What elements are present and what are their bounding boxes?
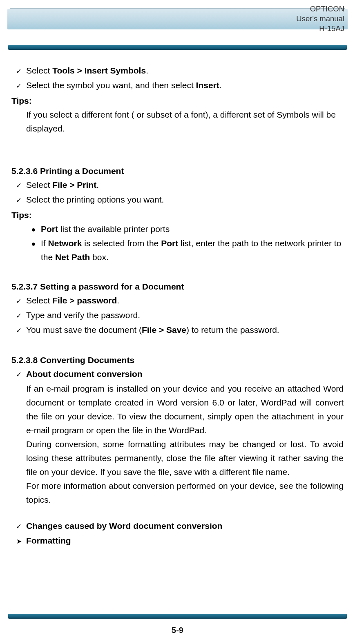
list-item: ✓ Select the printing options you want. <box>11 193 344 207</box>
step-text: Select File > Print. <box>26 178 344 192</box>
list-item: ✓ Select the symbol you want, and then s… <box>11 78 344 93</box>
step-text: Select the symbol you want, and then sel… <box>26 78 344 92</box>
dot-icon: ● <box>26 237 41 251</box>
bullet-text: If Network is selected from the Port lis… <box>41 236 344 264</box>
page-number: 5-9 <box>0 626 355 635</box>
step-text: Select Tools > Insert Symbols. <box>26 64 344 78</box>
step-text: Select File > password. <box>26 294 344 308</box>
sub-bullet: ● If Network is selected from the Port l… <box>11 236 344 264</box>
check-icon: ✓ <box>11 179 26 193</box>
page-header: OPTICON User's manual H-15AJ <box>0 0 355 45</box>
list-item: ➤ Formatting <box>11 534 344 548</box>
tip-paragraph: If you select a different font ( or subs… <box>26 108 344 136</box>
list-item: ✓ Select File > password. <box>11 294 344 308</box>
brand-label: OPTICON <box>296 4 344 14</box>
check-icon: ✓ <box>11 368 26 382</box>
step-text: You must save the document (File > Save)… <box>26 323 344 337</box>
step-text: Select the printing options you want. <box>26 193 344 207</box>
section-heading-converting: 5.2.3.8 Converting Documents <box>11 353 344 367</box>
top-bar <box>8 45 347 50</box>
check-icon: ✓ <box>11 324 26 338</box>
tips-label: Tips: <box>11 208 344 222</box>
bottom-bar <box>8 614 347 619</box>
bullet-text: Port list the available printer ports <box>41 222 344 236</box>
header-rule <box>10 8 345 10</box>
section-heading-password: 5.2.3.7 Setting a password for a Documen… <box>11 280 344 294</box>
list-item: ✓ Changes caused by Word document conver… <box>11 519 344 534</box>
list-item: ✓ About document conversion <box>11 367 344 382</box>
doc-label: User's manual <box>296 14 344 24</box>
body-content: ✓ Select Tools > Insert Symbols. ✓ Selec… <box>0 50 355 581</box>
paragraph: For more information about conversion pe… <box>26 479 344 507</box>
check-icon: ✓ <box>11 194 26 207</box>
model-label: H-15AJ <box>296 24 344 33</box>
header-text: OPTICON User's manual H-15AJ <box>296 4 344 33</box>
section-heading-printing: 5.2.3.6 Printing a Document <box>11 164 344 178</box>
dot-icon: ● <box>26 223 41 236</box>
chevron-right-icon: ➤ <box>11 535 26 548</box>
list-item: ✓ Type and verify the password. <box>11 308 344 323</box>
paragraph: If an e-mail program is installed on you… <box>26 382 344 437</box>
sub-heading: Formatting <box>26 534 344 548</box>
list-item: ✓ Select Tools > Insert Symbols. <box>11 64 344 78</box>
sub-heading: Changes caused by Word document conversi… <box>26 519 344 533</box>
step-text: Type and verify the password. <box>26 308 344 322</box>
check-icon: ✓ <box>11 65 26 78</box>
check-icon: ✓ <box>11 79 26 93</box>
list-item: ✓ You must save the document (File > Sav… <box>11 323 344 338</box>
check-icon: ✓ <box>11 520 26 534</box>
sub-bullet: ● Port list the available printer ports <box>11 222 344 236</box>
check-icon: ✓ <box>11 294 26 308</box>
tips-label: Tips: <box>11 94 344 108</box>
check-icon: ✓ <box>11 309 26 323</box>
paragraph: During conversion, some formatting attri… <box>26 437 344 479</box>
list-item: ✓ Select File > Print. <box>11 178 344 193</box>
page: OPTICON User's manual H-15AJ ✓ Select To… <box>0 0 355 644</box>
sub-heading: About document conversion <box>26 367 344 381</box>
